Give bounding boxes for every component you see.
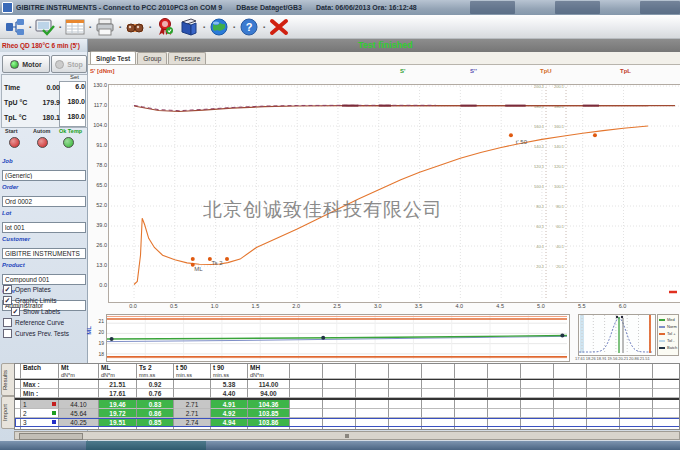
result-cell[interactable]: 40.25 (59, 418, 99, 427)
tab-group[interactable]: Group (137, 52, 167, 64)
column-header-ml[interactable]: MLdN*m (99, 364, 137, 379)
stop-led (55, 60, 64, 69)
empty-cell (356, 389, 389, 398)
tolerance-row: Min :17.610.764.4094.00 (15, 389, 680, 400)
results-table-icon[interactable] (63, 16, 87, 37)
table-row[interactable]: 245.6419.720.862.714.92103.85 (15, 409, 680, 418)
tab-single-test[interactable]: Single Test (90, 51, 136, 64)
result-cell[interactable]: 45.64 (59, 409, 99, 418)
empty-cell (554, 400, 587, 409)
result-cell[interactable]: 44.10 (59, 400, 99, 409)
tolerance-row-label: Min : (21, 389, 59, 398)
column-header-empty (356, 364, 389, 379)
start-test-icon[interactable] (33, 16, 57, 37)
table-row-empty[interactable]: • (15, 427, 680, 430)
x-tick-label: 6.0 (614, 303, 632, 309)
tolerance-value (59, 380, 99, 389)
result-cell[interactable]: 4.92 (211, 409, 248, 418)
exit-icon[interactable] (267, 16, 291, 37)
x-tick-label: 0.5 (165, 303, 183, 309)
stop-button[interactable]: Stop (51, 55, 87, 73)
result-cell[interactable]: 0.86 (137, 409, 174, 418)
certificate-icon[interactable] (153, 16, 177, 37)
trend-row: ML 21201918 17.6118.2618.9119.5620.2120.… (0, 312, 680, 363)
column-header-batch[interactable]: Batch (21, 364, 59, 379)
svg-text:200.1: 200.1 (534, 85, 545, 89)
active-test-label[interactable]: Rheo QD 180°C 6 min (5') (0, 39, 88, 52)
x-tick-label: 1.0 (206, 303, 224, 309)
trend-legend-item: Med (659, 316, 677, 323)
result-cell[interactable]: 2.71 (174, 400, 211, 409)
checkbox-row[interactable]: ✓Graphic Limits (3, 295, 87, 306)
result-cell[interactable]: 103.86 (248, 418, 290, 427)
result-cell[interactable]: 0.83 (137, 400, 174, 409)
side-tab-results[interactable]: Results (1, 363, 15, 396)
result-cell[interactable]: 19.51 (99, 418, 137, 427)
empty-cell (389, 400, 422, 409)
result-cell[interactable]: 19.46 (99, 400, 137, 409)
empty-cell (290, 380, 323, 389)
print-icon[interactable] (93, 16, 117, 37)
web-globe-icon[interactable] (207, 16, 231, 37)
indicator-led (37, 137, 48, 148)
connections-icon[interactable] (3, 16, 27, 37)
batch-cell[interactable]: 1 (21, 400, 59, 409)
column-header-mt[interactable]: MtdN*m (59, 364, 99, 379)
window-bottom-segment (86, 441, 206, 450)
batch-cell[interactable]: 3 (21, 418, 59, 427)
field-input-lot[interactable] (2, 222, 86, 233)
batch-cell[interactable]: 2 (21, 409, 59, 418)
indicator-label: Ok Temp (59, 128, 82, 134)
ml-trend-chart[interactable] (106, 314, 570, 362)
ml-distribution-chart[interactable] (578, 314, 656, 356)
table-row[interactable]: 144.1019.460.832.714.91104.36 (15, 400, 680, 409)
batch-color-square (52, 411, 56, 415)
table-row[interactable]: 340.2519.510.852.744.94103.86 (15, 418, 680, 427)
x-tick-label: 0.0 (124, 303, 142, 309)
main-plot[interactable]: 200.1180.1160.1140.1120.1100.180.160.140… (108, 84, 680, 303)
result-cell[interactable]: 0.85 (137, 418, 174, 427)
svg-text:40.1: 40.1 (536, 244, 545, 249)
result-cell[interactable]: 19.72 (99, 409, 137, 418)
checkbox-checked[interactable]: ✓ (3, 296, 12, 305)
column-header-t90[interactable]: t 90min.ss (211, 364, 248, 379)
result-cell[interactable]: 104.36 (248, 400, 290, 409)
column-header-t50[interactable]: t 50min.ss (174, 364, 211, 379)
result-cell[interactable]: 4.94 (211, 418, 248, 427)
status-bar: Test finished (88, 39, 680, 52)
help-icon[interactable]: ? (237, 16, 261, 37)
empty-cell (323, 400, 356, 409)
side-tab-import[interactable]: Import (1, 396, 15, 429)
svg-text:120.1: 120.1 (554, 164, 565, 169)
empty-cell (290, 418, 323, 427)
x-tick-label: 4.5 (491, 303, 509, 309)
legend-item: S' [dNm] (90, 68, 114, 74)
checkbox-checked[interactable]: ✓ (3, 285, 12, 294)
empty-cell (422, 418, 455, 427)
legend-item: TpL (620, 68, 631, 74)
field-input-job[interactable] (2, 170, 86, 181)
trend-legend-item: Batch (659, 344, 677, 351)
readout-value: 0.00 (46, 84, 60, 91)
result-cell[interactable]: 4.91 (211, 400, 248, 409)
horizontal-scrollbar[interactable] (14, 431, 680, 440)
field-input-order[interactable] (2, 196, 86, 207)
result-cell[interactable]: 103.85 (248, 409, 290, 418)
tab-pressure[interactable]: Pressure (168, 52, 206, 64)
column-header-empty (587, 364, 620, 379)
strip-y-tick: 21 (94, 318, 104, 324)
empty-cell (554, 380, 587, 389)
result-cell[interactable]: 2.74 (174, 418, 211, 427)
empty-cell (521, 380, 554, 389)
archive-book-icon[interactable] (177, 16, 201, 37)
field-input-customer[interactable] (2, 248, 86, 259)
result-cell[interactable]: 2.71 (174, 409, 211, 418)
checkbox-row[interactable]: ✓Open Plates (3, 284, 87, 295)
readout-row: Time0.00 (4, 81, 60, 94)
column-header-mh[interactable]: MHdN*m (248, 364, 290, 379)
search-icon[interactable] (123, 16, 147, 37)
scrollbar-thumb[interactable] (19, 433, 83, 440)
column-header-ts2[interactable]: Ts 2mm.ss (137, 364, 174, 379)
empty-cell (554, 389, 587, 398)
motor-button[interactable]: Motor (2, 55, 50, 73)
